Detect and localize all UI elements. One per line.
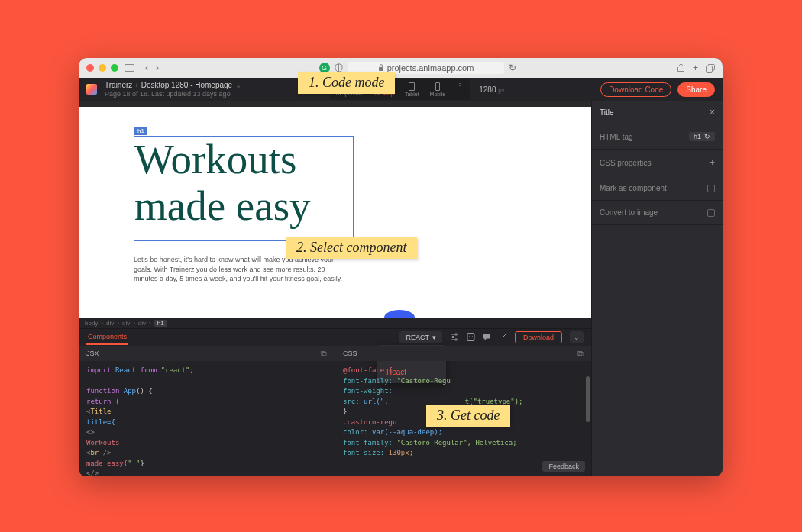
fullscreen-window-icon[interactable] <box>111 64 118 72</box>
dom-node-active[interactable]: h1 <box>154 320 167 327</box>
svg-point-8 <box>455 333 457 334</box>
comment-icon[interactable] <box>483 333 491 343</box>
download-button[interactable]: Download <box>515 331 562 343</box>
svg-point-10 <box>455 338 457 340</box>
svg-rect-3 <box>379 67 383 71</box>
canvas-width[interactable]: 1280 px <box>471 85 512 94</box>
jsx-pane: JSX ⧉ import React from "react"; functio… <box>79 346 335 476</box>
dom-node[interactable]: div <box>122 320 130 327</box>
dom-node[interactable]: body <box>85 320 98 327</box>
open-external-icon[interactable] <box>499 333 507 343</box>
annotation-2: 2. Select component <box>286 237 417 259</box>
html-tag-value[interactable]: h1 ↻ <box>689 132 715 141</box>
sidebar-toggle-icon[interactable] <box>125 64 134 72</box>
svg-point-9 <box>452 336 454 337</box>
browser-nav: ‹ › <box>145 63 159 73</box>
panel-title: Title × <box>592 101 723 124</box>
row-css-props[interactable]: CSS properties + <box>592 150 723 176</box>
framework-dropdown[interactable]: REACT ▾ <box>399 331 442 343</box>
page-info: Page 18 of 18. Last updated 13 days ago <box>105 90 241 98</box>
forward-icon[interactable]: › <box>156 63 159 73</box>
annotation-1: 1. Code mode <box>298 72 395 94</box>
tablet-icon <box>409 82 415 91</box>
svg-rect-0 <box>125 65 134 72</box>
annotation-3: 3. Get code <box>426 405 510 427</box>
dom-node[interactable]: div <box>106 320 114 327</box>
illustration-fragment <box>384 310 415 318</box>
checkbox[interactable] <box>707 209 715 217</box>
copy-icon[interactable]: ⧉ <box>321 349 327 359</box>
scrollbar-thumb[interactable] <box>586 376 590 422</box>
checkbox[interactable] <box>707 185 715 192</box>
design-canvas[interactable]: h1 Workouts made easy Let's be honest, i… <box>79 107 591 318</box>
dom-node[interactable]: div <box>138 320 146 327</box>
heading-element[interactable]: Workouts made easy <box>134 137 353 229</box>
device-tablet[interactable]: Tablet <box>400 81 424 98</box>
code-panel-tabs: Components REACT ▾ <box>79 329 591 346</box>
mobile-icon <box>435 82 440 91</box>
browser-chrome: ‹ › G projects.animaapp.com ↻ + <box>79 58 723 78</box>
more-options-dropdown[interactable]: ⌄ <box>570 331 584 343</box>
dom-path: body› div› div› div› h1 <box>79 318 591 328</box>
css-label: CSS <box>343 350 357 357</box>
tabs-icon[interactable] <box>706 63 715 73</box>
selection-box[interactable]: h1 Workouts made easy <box>134 136 354 241</box>
row-mark-component[interactable]: Mark as component <box>592 176 723 201</box>
app-window: ‹ › G projects.animaapp.com ↻ + <box>79 58 723 476</box>
jsx-code[interactable]: import React from "react"; function App(… <box>79 361 335 476</box>
share-icon[interactable] <box>677 63 685 73</box>
row-convert-image[interactable]: Convert to image <box>592 201 723 225</box>
row-html-tag[interactable]: HTML tag h1 ↻ <box>592 124 723 150</box>
url-text: projects.animaapp.com <box>387 63 474 73</box>
download-code-button[interactable]: Download Code <box>600 82 671 97</box>
feedback-button[interactable]: Feedback <box>542 461 585 472</box>
minimize-window-icon[interactable] <box>99 64 106 72</box>
svg-rect-4 <box>707 66 713 72</box>
body-text[interactable]: Let's be honest, it's hard to know what … <box>134 255 348 284</box>
close-icon[interactable]: × <box>710 107 715 118</box>
device-mobile[interactable]: Mobile <box>425 81 451 98</box>
copy-icon[interactable]: ⧉ <box>577 349 584 359</box>
jsx-label: JSX <box>86 350 99 357</box>
tab-components[interactable]: Components <box>86 330 128 345</box>
anima-logo-icon[interactable] <box>86 84 97 95</box>
chevron-down-icon[interactable]: ⌄ <box>235 81 241 89</box>
new-tab-icon[interactable]: + <box>693 63 698 73</box>
app-topbar: Trainerz › Desktop 1280 - Homepage ⌄ Pag… <box>79 78 723 101</box>
close-window-icon[interactable] <box>86 64 94 72</box>
canvas-column: h1 Workouts made easy Let's be honest, i… <box>79 101 591 476</box>
settings-icon[interactable] <box>450 333 459 343</box>
save-file-icon[interactable] <box>467 333 475 343</box>
reload-icon[interactable]: ↻ <box>509 63 516 73</box>
share-button[interactable]: Share <box>677 82 715 97</box>
breadcrumb-project[interactable]: Trainerz <box>105 81 132 89</box>
dots-vertical-icon: ⋮ <box>456 82 464 90</box>
properties-sidebar: Title × HTML tag h1 ↻ CSS properties + M… <box>591 101 723 476</box>
main-row: h1 Workouts made easy Let's be honest, i… <box>79 101 723 476</box>
back-icon[interactable]: ‹ <box>145 63 148 73</box>
caret-down-icon: ▾ <box>432 334 436 341</box>
chevron-right-icon: › <box>135 81 137 89</box>
plus-icon[interactable]: + <box>710 157 715 168</box>
breadcrumb[interactable]: Trainerz › Desktop 1280 - Homepage ⌄ <box>105 81 241 89</box>
traffic-lights <box>86 64 118 72</box>
device-more[interactable]: ⋮ <box>451 81 468 98</box>
code-panel: Components REACT ▾ <box>79 328 591 476</box>
breadcrumb-screen[interactable]: Desktop 1280 - Homepage <box>141 81 233 89</box>
code-split: JSX ⧉ import React from "react"; functio… <box>79 346 591 476</box>
reset-icon[interactable]: ↻ <box>704 133 710 140</box>
selection-tag: h1 <box>134 127 147 135</box>
